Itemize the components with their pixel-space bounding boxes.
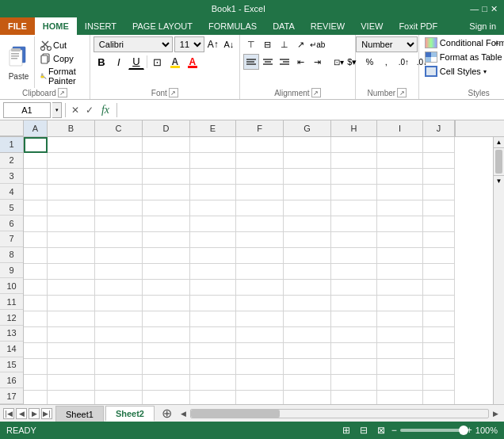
underline-button[interactable]: U [128,54,144,70]
cell-i9[interactable] [377,264,423,280]
cell-b8[interactable] [48,248,95,264]
align-middle-btn[interactable]: ⊟ [260,36,276,52]
cell-i8[interactable] [377,248,423,264]
cell-d7[interactable] [143,232,190,248]
cell-g12[interactable] [284,311,331,327]
page-layout-view-btn[interactable]: ⊟ [357,423,371,437]
cell-b13[interactable] [48,327,95,343]
cell-b4[interactable] [48,185,95,200]
fx-icon[interactable]: fx [97,104,113,116]
cell-c12[interactable] [95,311,143,327]
cell-c13[interactable] [95,327,143,343]
row-header-15[interactable]: 15 [0,357,23,373]
cell-e3[interactable] [190,169,236,185]
cell-g10[interactable] [284,280,331,296]
cell-h11[interactable] [331,296,377,311]
cell-d10[interactable] [143,280,190,296]
cell-h9[interactable] [331,264,377,280]
cell-e10[interactable] [190,280,236,296]
cell-f15[interactable] [236,359,284,375]
col-header-g[interactable]: G [284,120,331,136]
align-bottom-btn[interactable]: ⊥ [277,36,292,52]
sheet-nav-next[interactable]: ▶ [29,408,40,419]
row-header-2[interactable]: 2 [0,153,23,169]
cell-j6[interactable] [423,216,455,232]
scroll-down-btn[interactable]: ▼ [494,175,504,186]
cell-i6[interactable] [377,216,423,232]
cell-a15[interactable] [24,359,48,375]
cell-f14[interactable] [236,343,284,359]
col-header-j[interactable]: J [423,120,455,136]
cell-j9[interactable] [423,264,455,280]
cell-b12[interactable] [48,311,95,327]
cell-g17[interactable] [284,391,331,404]
cell-f11[interactable] [236,296,284,311]
tab-formulas[interactable]: FORMULAS [200,17,265,35]
cell-c11[interactable] [95,296,143,311]
cell-f7[interactable] [236,232,284,248]
sheet-nav-prev[interactable]: ◀ [16,408,27,419]
cell-e5[interactable] [190,200,236,216]
cell-h15[interactable] [331,359,377,375]
cell-b9[interactable] [48,264,95,280]
row-header-12[interactable]: 12 [0,310,23,326]
cell-b7[interactable] [48,232,95,248]
name-box[interactable] [3,102,51,118]
cell-b17[interactable] [48,391,95,404]
cell-f2[interactable] [236,153,284,169]
cell-f10[interactable] [236,280,284,296]
cell-e2[interactable] [190,153,236,169]
copy-button[interactable]: Copy [38,52,83,65]
page-break-view-btn[interactable]: ⊠ [374,423,388,437]
increase-decimal-btn[interactable]: .0↑ [395,54,412,70]
fill-color-button[interactable]: A [167,54,183,70]
cell-c16[interactable] [95,375,143,391]
cell-a8[interactable] [24,248,48,264]
cell-h8[interactable] [331,248,377,264]
tab-page-layout[interactable]: PAGE LAYOUT [124,17,200,35]
row-header-1[interactable]: 1 [0,137,23,153]
col-header-e[interactable]: E [190,120,236,136]
cell-j16[interactable] [423,375,455,391]
cell-d12[interactable] [143,311,190,327]
cell-d4[interactable] [143,185,190,200]
cell-j17[interactable] [423,391,455,404]
cell-f12[interactable] [236,311,284,327]
col-header-c[interactable]: C [95,120,143,136]
cell-a6[interactable] [24,216,48,232]
row-header-5[interactable]: 5 [0,200,23,216]
increase-indent-btn[interactable]: ⇥ [310,54,326,70]
cell-j15[interactable] [423,359,455,375]
cell-c6[interactable] [95,216,143,232]
currency-btn[interactable]: $▾ [343,54,361,70]
number-format-select[interactable]: Number [356,36,418,52]
align-left-btn[interactable] [243,54,259,70]
cell-d15[interactable] [143,359,190,375]
font-name-select[interactable]: Calibri [94,36,173,52]
cell-h17[interactable] [331,391,377,404]
cell-c14[interactable] [95,343,143,359]
cell-e13[interactable] [190,327,236,343]
formula-confirm-icon[interactable]: ✓ [83,105,96,116]
cell-styles-btn[interactable]: Cell Styles ▾ [422,65,504,78]
cell-a17[interactable] [24,391,48,404]
hscroll-thumb[interactable] [191,410,281,418]
cell-i10[interactable] [377,280,423,296]
sheet-nav-last[interactable]: ▶| [41,408,52,419]
cell-c17[interactable] [95,391,143,404]
cell-h1[interactable] [331,137,377,153]
tab-view[interactable]: VIEW [353,17,391,35]
cell-h12[interactable] [331,311,377,327]
cell-j14[interactable] [423,343,455,359]
cell-h6[interactable] [331,216,377,232]
cell-a12[interactable] [24,311,48,327]
hscroll-left-btn[interactable]: ◀ [178,410,189,418]
zoom-out-btn[interactable]: − [391,425,397,436]
tab-home[interactable]: HOME [35,17,77,35]
italic-button[interactable]: I [111,54,127,70]
cell-c5[interactable] [95,200,143,216]
bold-button[interactable]: B [94,54,109,70]
cell-g15[interactable] [284,359,331,375]
cell-a3[interactable] [24,169,48,185]
cell-b10[interactable] [48,280,95,296]
